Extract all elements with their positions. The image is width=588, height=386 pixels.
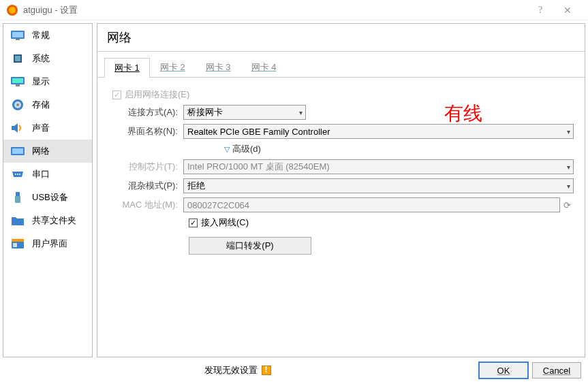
close-button[interactable]: ✕ [554,5,581,16]
svg-rect-16 [16,192,20,196]
content-panel: 网络 网卡 1 网卡 2 网卡 3 网卡 4 有线 ✓ 启用网络连接(E) 连接… [97,23,585,357]
attach-label: 连接方式(A): [108,106,183,118]
settings-sidebar: 常规 系统 显示 存储 声音 网络 串口 USB设备 [3,23,93,357]
sidebar-item-usb[interactable]: USB设备 [3,186,92,209]
chipset-label: 控制芯片(T): [108,161,183,173]
sidebar-item-label: 系统 [32,52,50,65]
svg-rect-2 [16,39,20,40]
sidebar-item-label: 存储 [32,99,50,111]
sidebar-item-network[interactable]: 网络 [3,140,92,163]
sidebar-item-label: 共享文件夹 [32,214,76,227]
svg-rect-19 [12,239,24,242]
tab-adapter3[interactable]: 网卡 3 [196,57,241,77]
monitor-icon [10,29,25,42]
sidebar-item-ui[interactable]: 用户界面 [3,232,92,255]
sidebar-item-label: 常规 [32,29,50,42]
tab-adapter1[interactable]: 网卡 1 [104,58,150,78]
cancel-button[interactable]: Cancel [532,362,581,379]
sidebar-item-system[interactable]: 系统 [3,47,92,70]
sidebar-item-audio[interactable]: 声音 [3,116,92,140]
tab-adapter4[interactable]: 网卡 4 [241,57,287,77]
sidebar-item-label: 用户界面 [32,238,67,250]
advanced-toggle[interactable]: 高级(d) [224,143,261,155]
dialog-footer: 发现无效设置 OK Cancel [0,360,588,383]
panel-title: 网络 [97,24,585,52]
mac-input[interactable]: 080027C2C064 [183,197,560,212]
adapter-tabs: 网卡 1 网卡 2 网卡 3 网卡 4 [97,52,585,78]
attach-select[interactable]: 桥接网卡 [183,105,306,120]
warning-icon[interactable] [262,366,271,375]
sidebar-item-label: USB设备 [32,191,68,204]
help-button[interactable]: ? [527,5,554,16]
ok-button[interactable]: OK [479,362,528,379]
svg-rect-12 [12,148,23,154]
speaker-icon [10,122,25,134]
sidebar-item-serial[interactable]: 串口 [3,163,92,186]
sidebar-item-label: 串口 [32,168,50,180]
enable-network-checkbox[interactable]: ✓ [112,91,121,99]
port-forwarding-button[interactable]: 端口转发(P) [189,237,311,255]
network-icon [10,145,25,157]
status-text: 发现无效设置 [0,364,475,376]
svg-rect-4 [15,56,20,61]
titlebar: atguigu - 设置 ? ✕ [0,0,588,20]
sidebar-item-label: 显示 [32,76,50,88]
enable-network-label: 启用网络连接(E) [125,89,189,101]
sidebar-item-label: 声音 [32,122,50,134]
promisc-select[interactable]: 拒绝 [183,178,574,193]
sidebar-item-storage[interactable]: 存储 [3,93,92,116]
svg-rect-17 [15,196,20,203]
chipset-select: Intel PRO/1000 MT 桌面 (82540EM) [183,159,574,174]
disk-icon [10,99,25,111]
sidebar-item-shared[interactable]: 共享文件夹 [3,209,92,232]
sidebar-item-general[interactable]: 常规 [3,24,92,47]
cable-connected-checkbox[interactable]: ✓ [189,219,198,227]
ui-icon [10,238,25,250]
svg-rect-7 [16,84,20,86]
svg-rect-6 [12,78,23,83]
mac-label: MAC 地址(M): [108,199,183,211]
sidebar-item-label: 网络 [32,145,50,157]
network-form: 有线 ✓ 启用网络连接(E) 连接方式(A): 桥接网卡 界面名称(N): Re… [97,78,585,261]
serial-icon [10,168,25,180]
window-title: atguigu - 设置 [23,4,78,16]
name-label: 界面名称(N): [108,125,183,138]
svg-rect-20 [13,243,17,247]
svg-point-10 [16,103,19,106]
folder-icon [10,214,25,227]
annotation-text: 有线 [444,101,482,127]
refresh-mac-icon[interactable]: ⟳ [560,200,574,210]
svg-point-15 [19,174,20,175]
interface-name-select[interactable]: Realtek PCIe GBE Family Controller [183,124,574,139]
svg-point-14 [17,174,18,175]
cable-connected-label: 接入网线(C) [201,216,249,229]
svg-point-13 [15,174,16,175]
usb-icon [10,191,25,204]
display-icon [10,76,25,88]
promisc-label: 混杂模式(P): [108,180,183,192]
chip-icon [10,52,25,65]
app-logo-icon [7,5,18,16]
tab-adapter2[interactable]: 网卡 2 [150,57,196,77]
svg-rect-1 [12,32,23,37]
sidebar-item-display[interactable]: 显示 [3,70,92,93]
